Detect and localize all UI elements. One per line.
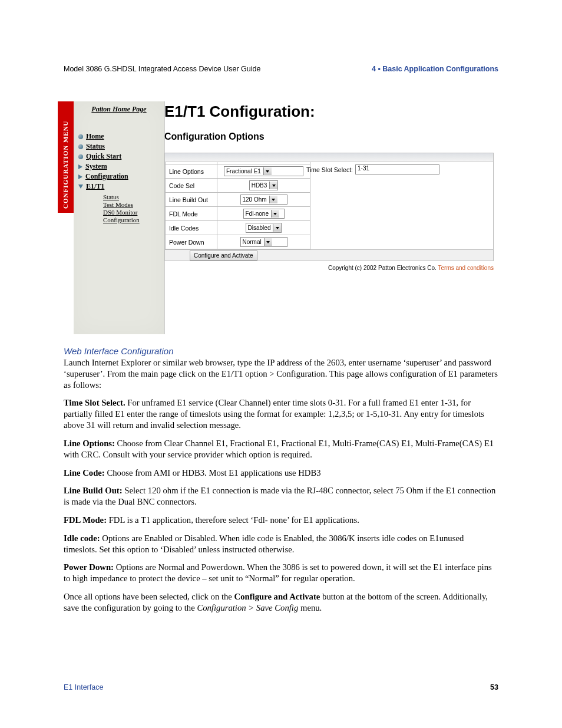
chevron-down-icon xyxy=(269,182,277,189)
paragraph: Time Slot Select. For unframed E1 servic… xyxy=(64,397,498,430)
nav-item-status[interactable]: Status xyxy=(78,141,164,151)
nav-item-e1t1[interactable]: E1/T1 xyxy=(78,182,164,192)
bullet-icon xyxy=(78,134,83,139)
nav-subitem-ds0-monitor[interactable]: DS0 Monitor xyxy=(103,208,164,216)
copyright-line: Copyright (c) 2002 Patton Electronics Co… xyxy=(164,261,494,271)
content-heading: E1/T1 Configuration: xyxy=(164,103,494,121)
line-options-select[interactable]: Fractional E1 xyxy=(224,166,303,176)
content-subheading: Configuration Options xyxy=(164,131,494,142)
header-right: 4 • Basic Application Configurations xyxy=(372,65,498,73)
header-left: Model 3086 G.SHDSL Integrated Access Dev… xyxy=(64,65,260,73)
page-footer: E1 Interface 53 xyxy=(64,683,498,691)
chevron-down-icon xyxy=(273,224,281,232)
paragraph: Launch Internet Explorer or similar web … xyxy=(64,357,498,390)
payload-rate-value: 1984K(31) xyxy=(217,153,310,164)
row-label: FDL Mode xyxy=(166,207,217,221)
triangle-right-icon xyxy=(78,174,82,179)
paragraph: Line Options: Choose from Clear Channel … xyxy=(64,438,498,460)
configure-activate-button[interactable]: Configure and Activate xyxy=(190,251,257,261)
row-label: Code Sel xyxy=(166,179,217,193)
config-content-panel: E1/T1 Configuration: Configuration Optio… xyxy=(164,101,494,271)
time-slot-select-input[interactable]: 1-31 xyxy=(355,164,439,174)
table-row: Power Down Normal xyxy=(166,235,310,249)
page-number: 53 xyxy=(490,683,498,691)
terms-link[interactable]: Terms and conditions xyxy=(438,265,494,271)
nav-menu-panel: Patton Home Page Home Status Quick Start… xyxy=(74,101,165,334)
paragraph: Power Down: Options are Normal and Power… xyxy=(64,562,498,584)
config-menu-label: CONFIGURATION MENU xyxy=(62,121,69,209)
idle-codes-select[interactable]: Disabled xyxy=(246,223,282,233)
row-label: Payload Rate xyxy=(166,153,217,164)
table-row: Idle Codes Disabled xyxy=(166,221,310,235)
nav-subitem-test-modes[interactable]: Test Modes xyxy=(103,200,164,208)
row-label: Idle Codes xyxy=(166,221,217,235)
paragraph: Line Build Out: Select 120 ohm if the E1… xyxy=(64,485,498,508)
chevron-down-icon xyxy=(264,238,272,246)
row-label: Line Options xyxy=(166,164,217,179)
config-menu-strip: CONFIGURATION MENU xyxy=(58,101,74,213)
row-label: Power Down xyxy=(166,235,217,249)
nav-item-home[interactable]: Home xyxy=(78,131,164,141)
time-slot-select-label: Time Slot Select: xyxy=(306,166,353,173)
triangle-right-icon xyxy=(78,164,82,169)
nav-subitem-status[interactable]: Status xyxy=(103,193,164,200)
nav-subitem-configuration[interactable]: Configuration xyxy=(103,216,164,223)
fdl-mode-select[interactable]: Fdl-none xyxy=(243,209,285,219)
table-row: Line Options Fractional E1 xyxy=(166,164,310,179)
options-box: Payload Rate 1984K(31) Line Options Frac… xyxy=(164,153,494,250)
embedded-screenshot: CONFIGURATION MENU Patton Home Page Home… xyxy=(58,101,494,334)
nav-item-quick-start[interactable]: Quick Start xyxy=(78,151,164,162)
section-title: Web Interface Configuration xyxy=(64,346,498,356)
nav-item-configuration[interactable]: Configuration xyxy=(78,172,164,182)
triangle-down-icon xyxy=(78,185,83,189)
line-build-out-select[interactable]: 120 Ohm xyxy=(240,195,287,205)
table-row: Payload Rate 1984K(31) xyxy=(166,153,310,164)
options-table: Payload Rate 1984K(31) Line Options Frac… xyxy=(165,153,310,249)
table-row: Line Build Out 120 Ohm xyxy=(166,193,310,207)
power-down-select[interactable]: Normal xyxy=(240,237,287,247)
bullet-icon xyxy=(78,154,83,159)
paragraph: FDL Mode: FDL is a T1 application, there… xyxy=(64,515,498,526)
nav-item-system[interactable]: System xyxy=(78,162,164,172)
chevron-down-icon xyxy=(263,167,272,175)
body-text: Launch Internet Explorer or similar web … xyxy=(64,357,498,614)
button-bar: Configure and Activate xyxy=(164,250,494,261)
page-header: Model 3086 G.SHDSL Integrated Access Dev… xyxy=(64,65,498,73)
paragraph: Once all options have been selected, cli… xyxy=(64,591,498,614)
paragraph: Idle code: Options are Enabled or Disabl… xyxy=(64,533,498,555)
bullet-icon xyxy=(78,144,83,149)
chevron-down-icon xyxy=(271,210,279,218)
code-sel-select[interactable]: HDB3 xyxy=(249,180,279,190)
time-slot-select-group: Time Slot Select: 1-31 xyxy=(306,164,439,174)
nav-menu-title[interactable]: Patton Home Page xyxy=(74,101,164,131)
chevron-down-icon xyxy=(269,196,277,203)
paragraph: Line Code: Choose from AMI or HDB3. Most… xyxy=(64,467,498,479)
row-label: Line Build Out xyxy=(166,193,217,207)
table-row: FDL Mode Fdl-none xyxy=(166,207,310,221)
footer-left: E1 Interface xyxy=(64,683,103,691)
table-row: Code Sel HDB3 xyxy=(166,179,310,193)
